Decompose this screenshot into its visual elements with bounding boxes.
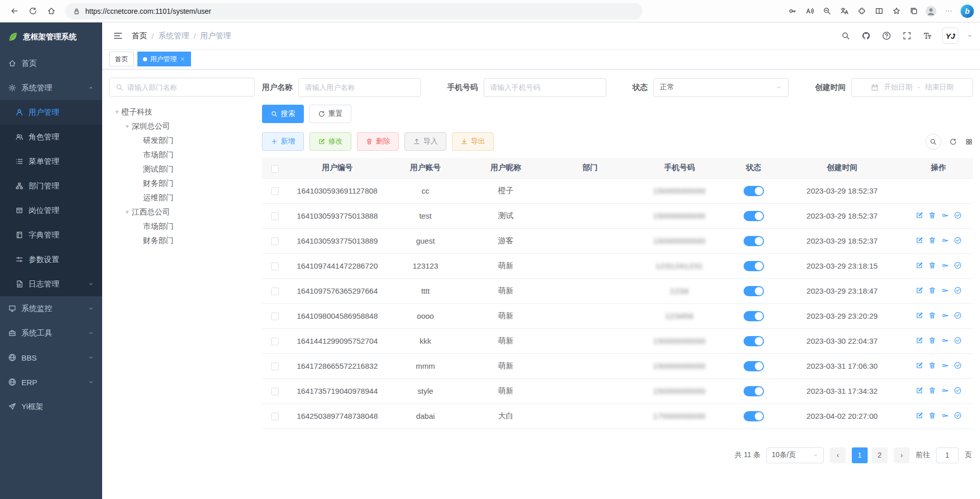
tab-user-management[interactable]: 用户管理 xyxy=(137,52,191,66)
page-size-select[interactable]: 10条/页 xyxy=(767,447,824,463)
delete-icon[interactable] xyxy=(928,387,936,394)
assign-role-icon[interactable] xyxy=(954,412,962,419)
delete-button[interactable]: 删除 xyxy=(357,132,399,151)
status-toggle[interactable] xyxy=(744,186,764,196)
reset-password-icon[interactable] xyxy=(941,362,949,369)
import-button[interactable]: 导入 xyxy=(404,132,446,151)
row-checkbox[interactable] xyxy=(271,187,279,195)
sidebar-item-dict-management[interactable]: 字典管理 xyxy=(0,223,102,247)
status-toggle[interactable] xyxy=(744,261,764,271)
user-avatar[interactable]: YJ xyxy=(942,28,959,44)
question-icon[interactable] xyxy=(880,29,893,42)
add-button[interactable]: 新增 xyxy=(262,132,304,151)
back-icon[interactable] xyxy=(6,3,22,19)
breadcrumb-item-user[interactable]: 用户管理 xyxy=(200,31,231,41)
copilot-icon[interactable]: b xyxy=(961,5,974,18)
hamburger-icon[interactable] xyxy=(109,27,127,44)
edit-icon[interactable] xyxy=(916,236,923,244)
status-toggle[interactable] xyxy=(744,286,764,296)
assign-role-icon[interactable] xyxy=(954,387,962,394)
delete-icon[interactable] xyxy=(928,262,936,269)
status-toggle[interactable] xyxy=(744,386,764,396)
delete-icon[interactable] xyxy=(928,287,936,294)
dept-search-input[interactable] xyxy=(127,83,249,91)
sidebar-item-role-management[interactable]: 角色管理 xyxy=(0,125,102,149)
search-icon[interactable] xyxy=(839,29,852,42)
breadcrumb-item-home[interactable]: 首页 xyxy=(132,31,147,41)
edit-icon[interactable] xyxy=(916,387,923,394)
reset-password-icon[interactable] xyxy=(941,337,949,344)
delete-icon[interactable] xyxy=(928,337,936,344)
collections-icon[interactable] xyxy=(905,3,922,19)
sidebar-item-home[interactable]: 首页 xyxy=(0,51,102,76)
sidebar-item-system-monitor[interactable]: 系统监控 xyxy=(0,296,102,321)
status-select[interactable]: 正常 xyxy=(653,78,788,97)
tree-node[interactable]: 测试部门 xyxy=(109,162,255,176)
reset-password-icon[interactable] xyxy=(941,211,949,219)
reset-password-icon[interactable] xyxy=(941,387,949,394)
delete-icon[interactable] xyxy=(928,412,936,419)
tree-node[interactable]: 研发部门 xyxy=(109,133,255,148)
tree-node[interactable]: 运维部门 xyxy=(109,191,255,205)
columns-button[interactable] xyxy=(965,138,973,146)
delete-icon[interactable] xyxy=(928,211,936,219)
page-button-1[interactable]: 1 xyxy=(852,447,868,463)
github-icon[interactable] xyxy=(859,29,873,42)
reset-password-icon[interactable] xyxy=(941,312,949,319)
reset-button[interactable]: 重置 xyxy=(309,105,351,123)
zoom-out-icon[interactable] xyxy=(819,3,835,19)
url-text[interactable]: https://ccnetcore.com:1101/system/user xyxy=(85,7,211,15)
address-bar[interactable]: https://ccnetcore.com:1101/system/user xyxy=(65,3,642,19)
tree-caret-icon[interactable]: ▾ xyxy=(123,208,132,216)
edit-icon[interactable] xyxy=(916,262,923,269)
status-toggle[interactable] xyxy=(744,236,764,246)
tree-caret-icon[interactable]: ▾ xyxy=(112,108,122,115)
select-all-checkbox[interactable] xyxy=(271,165,279,173)
delete-icon[interactable] xyxy=(928,236,936,244)
translate-icon[interactable] xyxy=(836,3,852,19)
delete-icon[interactable] xyxy=(928,362,936,369)
status-toggle[interactable] xyxy=(744,211,764,221)
row-checkbox[interactable] xyxy=(271,263,279,270)
sidebar-item-yi-framework[interactable]: Yi框架 xyxy=(0,394,102,419)
page-button-2[interactable]: 2 xyxy=(872,447,888,463)
reset-password-icon[interactable] xyxy=(941,262,949,269)
assign-role-icon[interactable] xyxy=(954,211,962,219)
tab-home[interactable]: 首页 xyxy=(109,52,134,66)
prev-page-button[interactable]: ‹ xyxy=(830,447,846,463)
fullscreen-icon[interactable] xyxy=(900,29,914,42)
row-checkbox[interactable] xyxy=(271,313,279,320)
sidebar-item-dept-management[interactable]: 部门管理 xyxy=(0,174,102,198)
edit-icon[interactable] xyxy=(916,211,923,219)
sidebar-item-system-management[interactable]: 系统管理 xyxy=(0,76,102,100)
tree-node[interactable]: 市场部门 xyxy=(109,148,255,162)
refresh-table-button[interactable] xyxy=(949,138,957,146)
home-icon[interactable] xyxy=(43,3,59,19)
reset-password-icon[interactable] xyxy=(941,287,949,294)
sidebar-item-param-settings[interactable]: 参数设置 xyxy=(0,247,102,272)
row-checkbox[interactable] xyxy=(271,237,279,245)
next-page-button[interactable]: › xyxy=(894,447,910,463)
tree-node[interactable]: ▾橙子科技 xyxy=(109,105,255,119)
phone-input[interactable] xyxy=(484,78,606,97)
close-icon[interactable] xyxy=(180,56,185,62)
sidebar-item-post-management[interactable]: 岗位管理 xyxy=(0,198,102,223)
assign-role-icon[interactable] xyxy=(954,236,962,244)
edit-icon[interactable] xyxy=(916,362,923,369)
font-size-icon[interactable] xyxy=(921,29,934,42)
sidebar-item-user-management[interactable]: 用户管理 xyxy=(0,100,102,125)
favorites-icon[interactable] xyxy=(888,3,904,19)
key-icon[interactable] xyxy=(784,3,800,19)
row-checkbox[interactable] xyxy=(271,212,279,220)
status-toggle[interactable] xyxy=(744,411,764,421)
sidebar-item-system-tools[interactable]: 系统工具 xyxy=(0,321,102,345)
assign-role-icon[interactable] xyxy=(954,362,962,369)
date-range-picker[interactable]: 开始日期 - 结束日期 xyxy=(851,78,973,97)
profile-avatar-icon[interactable] xyxy=(923,3,939,19)
status-toggle[interactable] xyxy=(744,361,764,371)
tree-node[interactable]: ▾江西总公司 xyxy=(109,205,255,219)
sidebar-item-erp[interactable]: ERP xyxy=(0,370,102,394)
edit-icon[interactable] xyxy=(916,412,923,419)
row-checkbox[interactable] xyxy=(271,413,279,420)
tree-node[interactable]: ▾深圳总公司 xyxy=(109,119,255,133)
